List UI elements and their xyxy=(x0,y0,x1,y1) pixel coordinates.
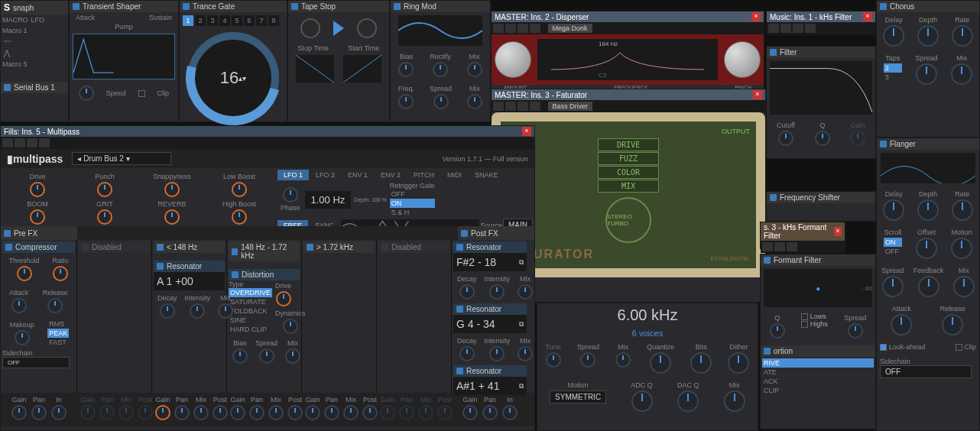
mix-knob[interactable] xyxy=(467,62,482,77)
feedback-knob[interactable] xyxy=(918,276,939,297)
dist-foldback[interactable]: FOLDBACK xyxy=(229,306,272,316)
delay-knob[interactable] xyxy=(883,199,904,221)
tool-button[interactable] xyxy=(518,102,528,111)
makeup-knob[interactable] xyxy=(15,330,30,345)
intensity-knob[interactable] xyxy=(489,346,505,361)
mix-knob[interactable] xyxy=(724,390,745,412)
tool-button[interactable] xyxy=(39,138,50,147)
lfo-tab[interactable]: LFO xyxy=(31,16,45,24)
dist-saturate[interactable]: SATURATE xyxy=(229,297,272,306)
hz-readout[interactable]: 1.00 Hz xyxy=(305,191,352,209)
tool-button[interactable] xyxy=(768,24,779,33)
lows-checkbox[interactable] xyxy=(801,313,808,320)
mix-knob[interactable] xyxy=(118,405,134,420)
rate-knob[interactable] xyxy=(952,25,973,47)
close-icon[interactable]: × xyxy=(834,227,842,236)
rectify-knob[interactable] xyxy=(433,62,448,77)
step[interactable]: 6 xyxy=(244,15,255,26)
pan-knob[interactable] xyxy=(482,405,498,420)
rms-opt[interactable]: RMS xyxy=(47,319,69,329)
dist-hardclip[interactable]: HARD CLIP xyxy=(229,325,272,334)
tool-button[interactable] xyxy=(493,102,504,111)
gain-knob[interactable] xyxy=(155,405,170,420)
tool-button[interactable] xyxy=(530,102,540,111)
adcq-knob[interactable] xyxy=(631,390,653,412)
tool-button[interactable] xyxy=(762,242,773,251)
tool-button[interactable] xyxy=(27,138,37,147)
mix-knob[interactable] xyxy=(193,405,209,420)
punch-knob[interactable] xyxy=(97,182,112,197)
ret-off[interactable]: OFF xyxy=(390,190,435,199)
fast-opt[interactable]: FAST xyxy=(47,338,69,347)
drive-knob[interactable] xyxy=(30,182,45,197)
highs-checkbox[interactable] xyxy=(801,321,808,328)
in-knob[interactable] xyxy=(51,405,67,420)
post-knob[interactable] xyxy=(362,405,378,420)
lowboost-knob[interactable] xyxy=(232,182,247,197)
pan-knob[interactable] xyxy=(99,405,115,420)
band-disabled[interactable]: Disabled xyxy=(92,243,122,251)
release-knob[interactable] xyxy=(942,314,963,335)
ratio-knob[interactable] xyxy=(53,266,68,281)
step[interactable]: 5 xyxy=(232,15,242,26)
step[interactable]: 1 xyxy=(183,15,193,26)
scroll-on[interactable]: ON xyxy=(884,238,902,247)
tool-button[interactable] xyxy=(518,24,528,33)
pan-knob[interactable] xyxy=(324,405,339,420)
preset-name[interactable]: Mega Donk xyxy=(548,24,592,33)
step[interactable]: 7 xyxy=(256,15,267,26)
step[interactable]: 8 xyxy=(268,15,279,26)
tool-button[interactable] xyxy=(805,24,816,33)
depth-knob[interactable] xyxy=(917,199,939,221)
decay-knob[interactable] xyxy=(459,346,475,361)
fuzz-button[interactable]: FUZZ xyxy=(598,152,659,165)
spread-knob[interactable] xyxy=(848,323,863,339)
lfo2-tab[interactable]: LFO 2 xyxy=(310,170,341,180)
spread-knob[interactable] xyxy=(580,352,595,368)
tool-button[interactable] xyxy=(505,102,516,111)
pan-knob[interactable] xyxy=(31,405,47,420)
sidechain-select[interactable]: OFF xyxy=(880,365,972,378)
spread-knob[interactable] xyxy=(882,276,904,297)
tool-button[interactable] xyxy=(15,138,25,147)
stereo-turbo-button[interactable]: STEREO TURBO xyxy=(605,197,651,243)
ret-sh[interactable]: S & H xyxy=(390,208,435,217)
in-knob[interactable] xyxy=(502,405,518,420)
freq-knob[interactable] xyxy=(398,94,414,109)
mix-knob[interactable] xyxy=(615,352,631,368)
tool-button[interactable] xyxy=(505,24,516,33)
step[interactable]: 2 xyxy=(195,15,206,26)
tool-button[interactable] xyxy=(793,24,803,33)
gain-knob[interactable] xyxy=(305,405,320,420)
mix-knob[interactable] xyxy=(953,276,975,297)
trance-dial[interactable]: 16▴▾ xyxy=(187,32,279,124)
threshold-knob[interactable] xyxy=(17,266,32,281)
lfo1-tab[interactable]: LFO 1 xyxy=(277,170,309,180)
freq-display[interactable]: 184 Hz C3 xyxy=(537,39,718,80)
bias-knob[interactable] xyxy=(232,348,248,364)
dist-type[interactable]: CLIP xyxy=(762,386,874,395)
mix-button[interactable]: MIX xyxy=(598,180,659,193)
decay-knob[interactable] xyxy=(459,284,475,300)
pitch-tab[interactable]: PITCH xyxy=(407,170,440,180)
post-knob[interactable] xyxy=(437,405,453,420)
pan-knob[interactable] xyxy=(249,405,264,420)
tool-button[interactable] xyxy=(774,242,785,251)
macro-tab[interactable]: MACRO xyxy=(2,16,28,24)
stop-curve[interactable] xyxy=(296,55,334,83)
dacq-knob[interactable] xyxy=(677,390,699,412)
snap-knob[interactable] xyxy=(164,182,180,197)
intensity-knob[interactable] xyxy=(489,284,505,300)
mix-knob[interactable] xyxy=(343,405,359,420)
motion-select[interactable]: SYMMETRIC xyxy=(550,390,606,403)
step[interactable]: 3 xyxy=(207,15,218,26)
close-icon[interactable]: × xyxy=(522,127,531,136)
amount-knob[interactable] xyxy=(495,41,531,78)
pan-knob[interactable] xyxy=(174,405,190,420)
post-knob[interactable] xyxy=(287,405,303,420)
mix-knob[interactable] xyxy=(467,94,482,109)
preset-name[interactable]: Bass Driver xyxy=(548,102,593,111)
resonator-value[interactable]: F#2 - 18⧉ xyxy=(453,253,527,271)
dist-type[interactable]: ACK xyxy=(762,377,874,386)
reverb-knob[interactable] xyxy=(164,209,180,225)
